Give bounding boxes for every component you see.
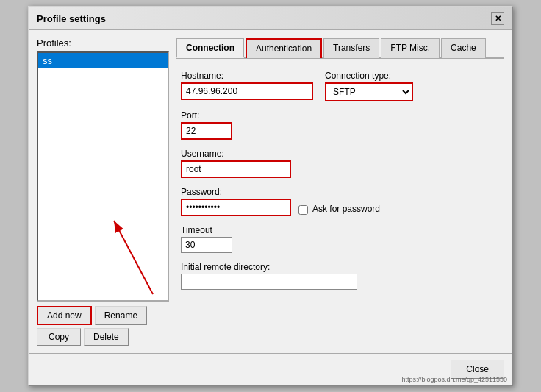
timeout-label: Timeout <box>181 225 500 235</box>
rename-button[interactable]: Rename <box>95 306 147 325</box>
remote-dir-input[interactable] <box>181 274 357 290</box>
list-item[interactable]: ss <box>38 53 168 68</box>
tab-connection[interactable]: Connection <box>176 38 244 58</box>
dialog-title: Profile settings <box>37 13 106 24</box>
delete-button[interactable]: Delete <box>84 328 129 346</box>
hostname-label: Hostname: <box>181 71 313 81</box>
password-row: Password: Ask for password <box>181 187 500 216</box>
ask-password-checkbox[interactable] <box>298 205 308 215</box>
tab-ftp-misc[interactable]: FTP Misc. <box>381 38 440 58</box>
port-group: Port: <box>181 110 500 140</box>
remote-dir-group: Initial remote directory: <box>181 262 500 290</box>
connection-type-group: Connection type: FTP SFTP FTPS SCP <box>325 71 413 101</box>
password-group: Password: Ask for password <box>181 187 500 216</box>
profiles-panel: Profiles: ss Add new Rename Copy Delete <box>37 38 169 346</box>
tab-authentication[interactable]: Authentication <box>246 38 322 58</box>
port-input[interactable] <box>181 122 232 140</box>
connection-type-select[interactable]: FTP SFTP FTPS SCP <box>325 82 413 101</box>
hostname-input[interactable] <box>181 82 313 100</box>
profiles-label: Profiles: <box>37 38 169 49</box>
title-bar: Profile settings ✕ <box>29 7 512 30</box>
watermark: https://blogpos.dn.me/qp_42511550 <box>401 376 507 383</box>
username-row: Username: <box>181 149 500 178</box>
ask-password-row: Ask for password <box>298 204 380 215</box>
profiles-buttons: Add new Rename Copy Delete <box>37 306 169 346</box>
username-group: Username: <box>181 149 500 178</box>
profiles-list[interactable]: ss <box>37 51 169 302</box>
dialog-body: Profiles: ss Add new Rename Copy Delete … <box>29 30 512 353</box>
timeout-input[interactable] <box>181 237 232 253</box>
port-row: Port: <box>181 110 500 140</box>
close-icon[interactable]: ✕ <box>491 12 504 25</box>
connection-form: Hostname: Connection type: FTP SFTP FTPS… <box>176 68 504 302</box>
password-label: Password: <box>181 187 500 197</box>
add-new-button[interactable]: Add new <box>37 306 92 325</box>
port-label: Port: <box>181 110 500 121</box>
username-label: Username: <box>181 149 500 159</box>
tab-cache[interactable]: Cache <box>441 38 486 58</box>
remote-dir-label: Initial remote directory: <box>181 262 500 272</box>
hostname-connectiontype-row: Hostname: Connection type: FTP SFTP FTPS… <box>181 71 500 101</box>
tab-transfers[interactable]: Transfers <box>323 38 379 58</box>
ask-password-label: Ask for password <box>312 204 380 214</box>
timeout-group: Timeout <box>181 225 500 253</box>
password-input[interactable] <box>181 199 291 216</box>
right-panel: Connection Authentication Transfers FTP … <box>176 38 504 346</box>
profile-settings-dialog: Profile settings ✕ Profiles: ss Add new … <box>28 6 513 386</box>
hostname-group: Hostname: <box>181 71 313 101</box>
username-input[interactable] <box>181 160 291 178</box>
timeout-row: Timeout <box>181 225 500 253</box>
tab-bar: Connection Authentication Transfers FTP … <box>176 38 504 59</box>
remote-dir-row: Initial remote directory: <box>181 262 500 290</box>
copy-button[interactable]: Copy <box>37 328 81 346</box>
connection-type-label: Connection type: <box>325 71 413 81</box>
